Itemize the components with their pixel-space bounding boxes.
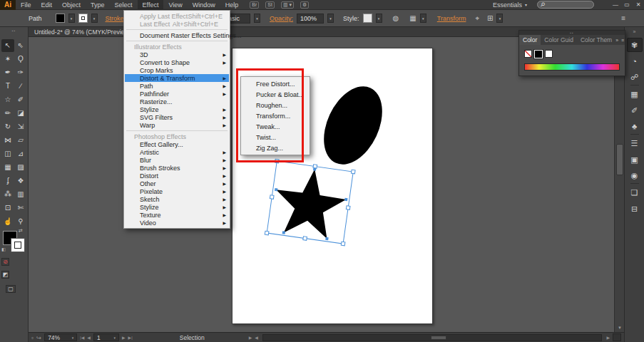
effect-menu-item[interactable]: Effect Gallery... ▶ — [125, 140, 229, 148]
hand-tool[interactable]: ☝ — [1, 215, 14, 228]
artboards-panel-icon[interactable]: ⊟ — [627, 202, 643, 216]
vertical-scrollbar[interactable]: ▲ ▼ — [614, 37, 624, 332]
transform-panel-link[interactable]: Transform — [437, 15, 466, 22]
menubar-item[interactable]: Help — [220, 0, 244, 10]
selection-tool[interactable]: ↖ — [1, 39, 14, 52]
document-title[interactable]: Untitled-2* @ 74% (CMYK/Preview) — [34, 28, 131, 36]
fill-color-dropdown[interactable]: ▾ — [68, 14, 75, 23]
workspace-switcher[interactable]: Essentials ▾ — [493, 1, 527, 9]
stroke-panel-link[interactable]: Stroke: — [106, 15, 126, 22]
panel-collapse-icon[interactable]: ≡ — [621, 14, 625, 22]
effect-menu-item[interactable]: Photoshop Effects ▶ — [125, 133, 229, 140]
illustrator-logo[interactable]: Ai — [0, 0, 16, 10]
opacity-link[interactable]: Opacity: — [270, 15, 293, 22]
stroke-panel-icon[interactable]: ☰ — [627, 136, 643, 150]
layers-panel-icon[interactable]: ❏ — [627, 185, 643, 200]
symbol-sprayer-tool[interactable]: ⁂ — [1, 188, 14, 201]
menubar-item[interactable]: File — [16, 0, 36, 10]
effect-menu-item[interactable]: Brush Strokes ▶ — [125, 164, 229, 172]
effect-menu-item[interactable]: Illustrator Effects ▶ — [125, 43, 229, 51]
opacity-field[interactable]: 100% — [297, 14, 324, 24]
status-export-icon[interactable]: ↪ — [36, 334, 41, 341]
lasso-tool[interactable]: Ϙ — [14, 53, 27, 66]
effect-menu-item[interactable]: Warp ▶ — [125, 121, 229, 129]
appearance-panel-icon[interactable]: ◉ — [627, 169, 643, 183]
effect-menu-item[interactable]: Stylize ▶ — [125, 105, 229, 113]
color-panel-icon[interactable]: ✾ — [627, 38, 643, 52]
dock-expand-icon[interactable]: » — [625, 27, 644, 36]
width-tool[interactable]: ⋈ — [1, 134, 14, 147]
paintbrush-tool[interactable]: ✐ — [14, 93, 27, 106]
recolor-dropdown[interactable]: ▾ — [420, 14, 426, 23]
last-artboard-button[interactable]: ▶| — [128, 335, 133, 340]
free-transform-tool[interactable]: ▱ — [14, 134, 27, 147]
horizontal-scrollbar[interactable] — [262, 334, 602, 341]
menubar-item[interactable]: Window — [188, 0, 220, 10]
color-guide-panel-icon[interactable]: ☍ — [627, 71, 643, 85]
effect-menu-item[interactable]: Texture ▶ — [125, 211, 229, 219]
panel-expand-icon[interactable]: » — [615, 38, 618, 43]
menubar-item[interactable]: Type — [86, 0, 110, 10]
status-grid-icon[interactable]: ▫ — [31, 334, 34, 341]
eraser-tool[interactable]: ◪ — [14, 107, 27, 120]
effect-menu-item[interactable]: Path ▶ — [125, 82, 229, 90]
vertical-scroll-thumb[interactable] — [616, 144, 623, 175]
sync-settings-icon[interactable]: ⚙ — [300, 1, 309, 9]
effect-menu-item[interactable]: Pathfinder ▶ — [125, 90, 229, 98]
artboard-number-field[interactable]: 1 ▾ — [93, 333, 119, 341]
none-fill-button[interactable]: ⊘ — [1, 258, 9, 266]
effect-menu-item[interactable]: 3D ▶ — [125, 51, 229, 58]
effect-menu-item[interactable]: Distort & Transform ▶ — [125, 74, 229, 82]
style-swatch[interactable] — [363, 14, 372, 23]
symbols-panel-icon[interactable]: ♣ — [627, 120, 643, 134]
align-dropdown[interactable]: ▾ — [496, 14, 503, 23]
next-artboard-button[interactable]: ▶ — [122, 335, 126, 340]
zoom-tool[interactable]: ⚲ — [14, 215, 27, 228]
menubar-item[interactable]: Effect — [138, 0, 164, 10]
brushes-panel-icon[interactable]: ✐ — [627, 103, 643, 118]
white-color-swatch[interactable] — [545, 50, 553, 58]
style-dropdown[interactable]: ▾ — [376, 14, 382, 23]
bounding-box-icon[interactable]: ⌖ — [475, 14, 479, 23]
previous-artboard-button[interactable]: ◀ — [87, 335, 91, 340]
minimize-button[interactable]: — — [610, 0, 621, 10]
align-icon[interactable]: ⊞ — [487, 14, 493, 22]
column-graph-tool[interactable]: ▥ — [14, 188, 27, 201]
effect-menu-item[interactable]: Blur ▶ — [125, 156, 229, 164]
default-fill-stroke-icon[interactable]: ◧ — [1, 247, 6, 252]
canvas-area[interactable] — [29, 37, 614, 332]
blend-tool[interactable]: ❖ — [14, 175, 27, 187]
ellipse-shape[interactable] — [312, 77, 394, 174]
search-input[interactable] — [547, 1, 591, 8]
brush-definition-dropdown[interactable]: ▾ — [254, 14, 260, 23]
color-panel-tab[interactable]: Color — [519, 35, 541, 45]
effect-menu-item[interactable]: Apply Last Effect Shift+Ctrl+E ▶ — [125, 12, 229, 20]
artboard-tool[interactable]: ⊡ — [1, 202, 14, 214]
status-expand-icon[interactable]: ▶ — [249, 335, 252, 340]
color-spectrum-bar[interactable] — [524, 63, 620, 71]
swap-fill-stroke-icon[interactable]: ⇄ — [19, 228, 23, 234]
scroll-left-icon[interactable]: ◀ — [255, 335, 258, 340]
menubar-item[interactable]: Edit — [36, 0, 58, 10]
gradient-panel-icon[interactable]: ◔ — [627, 54, 643, 68]
pencil-tool[interactable]: ✏ — [1, 107, 14, 120]
document-setup-icon[interactable]: ◍ — [393, 14, 399, 22]
effect-menu-item[interactable]: Distort ▶ — [125, 172, 229, 180]
menubar-item[interactable]: View — [163, 0, 187, 10]
close-button[interactable]: ✕ — [633, 0, 644, 10]
shape-builder-tool[interactable]: ◫ — [1, 147, 14, 160]
effect-menu-item[interactable]: Convert to Shape ▶ — [125, 58, 229, 66]
effect-menu-item[interactable]: Video ▶ — [125, 219, 229, 227]
stroke-color-dropdown[interactable]: ▾ — [91, 14, 98, 23]
arrange-documents-icon[interactable]: ▥ ▾ — [281, 1, 294, 9]
opacity-dropdown[interactable]: ▾ — [327, 14, 334, 23]
horizontal-scroll-thumb[interactable] — [431, 336, 446, 340]
first-artboard-button[interactable]: |◀ — [80, 335, 84, 340]
black-color-swatch[interactable] — [534, 50, 543, 58]
tools-panel-grip[interactable]: ▪▪ — [0, 28, 28, 33]
rotate-tool[interactable]: ↻ — [1, 120, 14, 133]
curvature-tool[interactable]: ✑ — [14, 66, 27, 79]
effect-menu-item[interactable]: Document Raster Effects Settings... ▶ — [125, 31, 229, 39]
gradient-tool[interactable]: ▨ — [14, 161, 27, 174]
restore-button[interactable]: ▭ — [621, 0, 633, 10]
